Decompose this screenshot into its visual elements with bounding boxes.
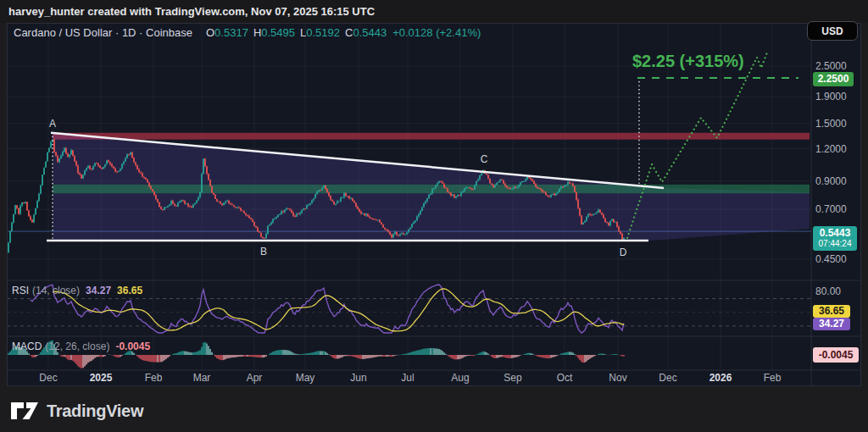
low-value: 0.5192 — [306, 26, 340, 39]
rsi-label: RSI — [12, 285, 29, 296]
time-axis-label[interactable]: Jul — [401, 372, 414, 384]
rsi-ma-value: 36.65 — [117, 285, 142, 296]
macd-value: -0.0045 — [115, 341, 150, 352]
time-axis-label[interactable]: Aug — [451, 372, 469, 384]
time-axis-label[interactable]: Dec — [39, 372, 57, 384]
price-axis-label: 1.9000 — [815, 91, 858, 102]
high-label: H — [253, 26, 261, 39]
close-value: 0.5443 — [353, 26, 387, 39]
rsi-value-badge: 34.27 — [813, 318, 850, 330]
price-target-annotation: $2.25 (+315%) — [632, 52, 744, 71]
tradingview-brand-text: TradingView — [47, 402, 143, 421]
time-axis-label[interactable]: Feb — [145, 372, 163, 384]
tradingview-screenshot: harvey_hunter created with TradingView.c… — [0, 0, 868, 432]
bar-countdown: 07:44:24 — [813, 239, 857, 248]
rsi-params: (14, close) — [32, 285, 80, 296]
target-price-badge: 2.2500 — [813, 72, 854, 86]
open-label: O — [206, 26, 214, 39]
time-axis-label[interactable]: Dec — [659, 372, 676, 384]
macd-legend[interactable]: MACD(12, 26, close)-0.0045 — [12, 341, 150, 352]
currency-usd-button[interactable]: USD — [807, 21, 858, 41]
price-axis-label: 0.9000 — [815, 175, 858, 187]
pattern-label-A: A — [49, 118, 56, 130]
time-axis-label[interactable]: Mar — [193, 372, 211, 384]
time-axis-label[interactable]: 2025 — [90, 372, 113, 384]
price-axis-label: 1.5000 — [815, 118, 858, 130]
price-axis-label: 1.2000 — [815, 143, 858, 155]
time-axis-label[interactable]: Feb — [764, 372, 782, 384]
pattern-label-D: D — [620, 246, 627, 258]
macd-params: (12, 26, close) — [45, 341, 109, 352]
price-axis-label: 0.4500 — [815, 253, 858, 265]
time-axis-label[interactable]: Nov — [609, 372, 626, 384]
time-axis-label[interactable]: Sep — [504, 372, 522, 384]
high-value: 0.5495 — [261, 26, 295, 39]
time-axis-label[interactable]: 2026 — [709, 372, 732, 384]
price-axis-label: 0.7000 — [815, 203, 858, 215]
close-label: C — [345, 26, 353, 39]
symbol-title[interactable]: Cardano / US Dollar · 1D · Coinbase — [14, 26, 192, 39]
price-axis-label: 2.5000 — [815, 60, 858, 72]
time-axis-label[interactable]: May — [296, 372, 315, 384]
open-value: 0.5317 — [214, 26, 248, 39]
pattern-label-B: B — [260, 246, 267, 258]
macd-value-badge: -0.0045 — [813, 347, 859, 363]
time-axis-label[interactable]: Jun — [350, 372, 366, 384]
time-axis-label[interactable]: Oct — [557, 372, 573, 384]
rsi-ma-badge: 36.65 — [813, 305, 850, 318]
footer-brand[interactable]: TradingView — [10, 398, 143, 424]
last-price-badge: 0.5443 07:44:24 — [813, 226, 857, 251]
pattern-label-C: C — [481, 153, 488, 165]
time-axis-label[interactable]: Apr — [247, 372, 263, 384]
last-price-value: 0.5443 — [813, 227, 857, 239]
rsi-axis-80: 80.00 — [815, 285, 841, 297]
rsi-legend[interactable]: RSI(14, close)34.2736.65 — [12, 285, 142, 296]
rsi-value: 34.27 — [86, 285, 111, 296]
symbol-legend[interactable]: Cardano / US Dollar · 1D · CoinbaseO0.53… — [14, 26, 481, 39]
tradingview-logo-icon — [10, 402, 39, 420]
macd-label: MACD — [12, 341, 42, 352]
change-value: +0.0128 (+2.41%) — [392, 26, 481, 39]
